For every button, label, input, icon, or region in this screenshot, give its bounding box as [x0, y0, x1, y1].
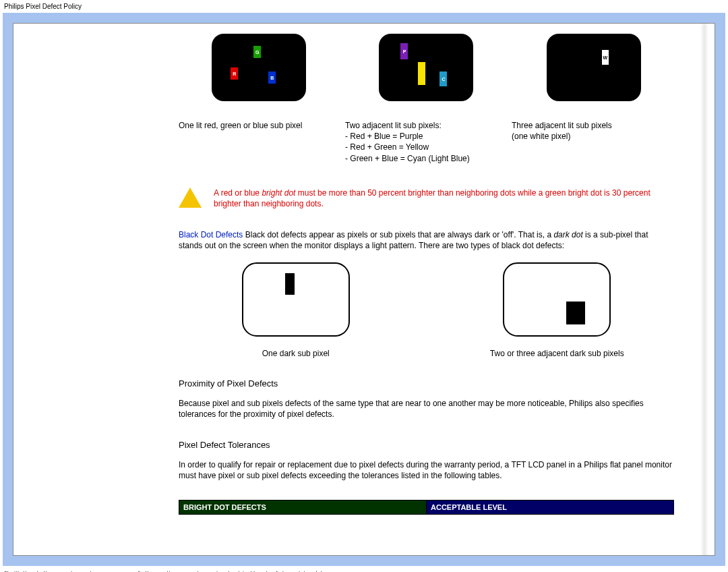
- caption-2: Two adjacent lit sub pixels: - Red + Blu…: [345, 120, 508, 164]
- subpixel-red: R: [231, 67, 238, 80]
- right-gutter: [694, 24, 715, 555]
- screen-pyc: P C: [379, 34, 473, 101]
- black-dot-italic: dark dot: [553, 230, 582, 239]
- proximity-body: Because pixel and sub pixels defects of …: [179, 398, 674, 420]
- caption-2-line2: - Red + Blue = Purple: [345, 132, 423, 141]
- tolerances-body: In order to qualify for repair or replac…: [179, 459, 674, 481]
- table-header-1: BRIGHT DOT DEFECTS: [179, 500, 427, 515]
- screen-light-1: [242, 262, 350, 337]
- subpixel-yellow: [418, 62, 425, 85]
- screen-rgb: R G B: [212, 34, 306, 101]
- dark-subpixel-2: [566, 302, 585, 324]
- screen-white: W: [547, 34, 641, 101]
- caption-3-line1: Three adjacent lit sub pixels: [512, 121, 612, 130]
- warn-italic: bright dot: [262, 188, 295, 198]
- dark-subpixel-1: [285, 273, 295, 295]
- caption-1: One lit red, green or blue sub pixel: [179, 120, 341, 164]
- bright-dot-captions: One lit red, green or blue sub pixel Two…: [179, 120, 674, 164]
- warning-block: A red or blue bright dot must be more th…: [179, 188, 674, 209]
- illus-dark-2: [440, 262, 675, 343]
- dark-dot-captions: One dark sub pixel Two or three adjacent…: [179, 349, 674, 358]
- caption-2-line1: Two adjacent lit sub pixels:: [345, 121, 442, 130]
- tolerance-table: BRIGHT DOT DEFECTS ACCEPTABLE LEVEL: [179, 500, 674, 515]
- page-frame-inner: R G B P C W: [13, 23, 715, 556]
- warning-text: A red or blue bright dot must be more th…: [214, 188, 674, 209]
- table-row: BRIGHT DOT DEFECTS ACCEPTABLE LEVEL: [179, 500, 674, 515]
- warn-part1: A red or blue: [214, 188, 262, 198]
- caption-3-line2: (one white pixel): [512, 132, 570, 141]
- subpixel-cyan: C: [439, 72, 447, 86]
- left-gutter: [13, 24, 158, 555]
- subpixel-purple: P: [400, 43, 408, 59]
- subpixel-green: G: [253, 46, 261, 58]
- illus-white: W: [514, 34, 674, 108]
- subpixel-blue: B: [268, 72, 276, 84]
- page-frame-outer: R G B P C W: [3, 13, 725, 566]
- page-title: Philips Pixel Defect Policy: [0, 0, 728, 13]
- dark-caption-2: Two or three adjacent dark sub pixels: [440, 349, 675, 358]
- main-content: R G B P C W: [158, 24, 694, 555]
- warning-icon: [179, 188, 202, 208]
- dark-dot-illustrations: [179, 262, 674, 343]
- footer-file-path: file:///D|/Rachel/PHILIPS/191E1/191E1%20…: [0, 566, 728, 572]
- subpixel-white: W: [602, 50, 609, 65]
- screen-light-2: [503, 262, 611, 337]
- table-header-2: ACCEPTABLE LEVEL: [427, 500, 674, 515]
- dark-caption-1: One dark sub pixel: [179, 349, 413, 358]
- black-dot-lead: Black Dot Defects: [179, 230, 243, 239]
- caption-3: Three adjacent lit sub pixels (one white…: [512, 120, 674, 164]
- caption-2-line3: - Red + Green = Yellow: [345, 142, 429, 152]
- bright-dot-illustrations: R G B P C W: [179, 34, 674, 108]
- caption-2-line4: - Green + Blue = Cyan (Light Blue): [345, 154, 470, 163]
- black-dot-rest1: Black dot defects appear as pixels or su…: [243, 230, 553, 239]
- illus-pyc: P C: [346, 34, 506, 108]
- proximity-heading: Proximity of Pixel Defects: [179, 378, 674, 389]
- tolerances-heading: Pixel Defect Tolerances: [179, 440, 674, 450]
- illus-rgb: R G B: [179, 34, 339, 108]
- black-dot-paragraph: Black Dot Defects Black dot defects appe…: [179, 229, 674, 251]
- illus-dark-1: [179, 262, 413, 343]
